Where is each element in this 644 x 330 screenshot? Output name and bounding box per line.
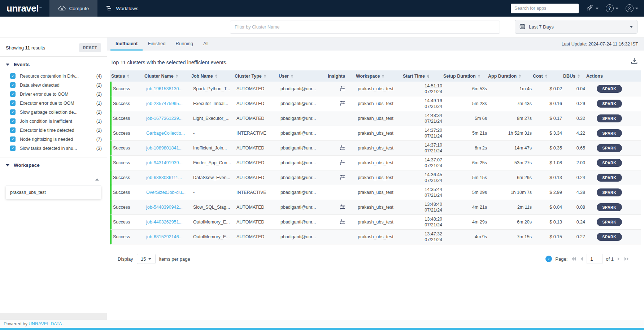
column-header[interactable]: Cost xyxy=(531,74,562,79)
workspace-section-toggle[interactable]: Workspace xyxy=(0,157,107,171)
job-name-cell: OutofMemory_E... xyxy=(192,220,235,225)
checkbox-checked[interactable]: ✓ xyxy=(10,146,16,151)
cluster-name-link[interactable]: OverSizedJob-clu... xyxy=(145,190,192,195)
column-header[interactable]: Cluster Name xyxy=(143,74,190,79)
insights-icon[interactable] xyxy=(339,204,345,211)
insights-icon[interactable] xyxy=(339,145,345,152)
spark-action-button[interactable]: SPARK xyxy=(597,85,622,93)
sort-icon[interactable] xyxy=(176,74,178,78)
column-header[interactable]: Workspace xyxy=(354,74,401,79)
checkbox-checked[interactable]: ✓ xyxy=(10,100,16,106)
nav-tab-compute[interactable]: Compute xyxy=(49,0,98,17)
page-label: Page: xyxy=(555,256,567,262)
column-header[interactable]: DBUs xyxy=(562,74,585,79)
download-icon[interactable] xyxy=(631,58,638,65)
spark-action-button[interactable]: SPARK xyxy=(597,129,622,137)
page-size-select[interactable]: 15 xyxy=(137,254,156,264)
sort-icon[interactable] xyxy=(519,74,521,78)
checkbox-checked[interactable]: ✓ xyxy=(10,118,16,124)
user-menu-dropdown[interactable] xyxy=(626,4,638,12)
column-header[interactable]: App Duration xyxy=(487,74,531,79)
column-header[interactable]: Insights xyxy=(326,74,354,79)
spark-action-button[interactable]: SPARK xyxy=(597,218,622,226)
cluster-name-link[interactable]: job-1089801841... xyxy=(145,146,192,151)
insights-icon[interactable] xyxy=(339,160,345,166)
cluster-name-link[interactable]: GarbageCollectio... xyxy=(145,131,192,136)
help-dropdown[interactable]: ? xyxy=(606,4,618,12)
column-header[interactable]: Actions xyxy=(585,74,630,79)
app-search-input[interactable] xyxy=(511,4,579,13)
spark-action-button[interactable]: SPARK xyxy=(597,100,622,108)
whats-new-dropdown[interactable] xyxy=(586,4,599,13)
cluster-name-link[interactable]: job-6815292146... xyxy=(145,234,192,239)
date-range-select[interactable]: Last 7 Days xyxy=(515,20,638,34)
workspace-cell: prakash_ubs_test xyxy=(356,101,403,106)
sort-icon[interactable] xyxy=(478,74,480,78)
spark-action-button[interactable]: SPARK xyxy=(597,188,622,196)
cluster-name-link[interactable]: job-6383036111... xyxy=(145,175,192,180)
spark-action-button[interactable]: SPARK xyxy=(597,233,622,241)
sort-icon[interactable] xyxy=(127,74,129,78)
actions-cell: SPARK xyxy=(587,188,632,196)
insights-cell xyxy=(328,189,356,196)
workspace-option[interactable]: prakash_ubs_test xyxy=(6,186,101,199)
start-time-cell: 14:37:20 07/21/24 xyxy=(403,127,444,139)
cluster-name-link[interactable]: job-9431491939... xyxy=(145,160,192,165)
checkbox-checked[interactable]: ✓ xyxy=(10,127,16,133)
checkbox-checked[interactable]: ✓ xyxy=(10,73,16,79)
cluster-tab[interactable]: Finished xyxy=(143,38,170,51)
actions-cell: SPARK xyxy=(587,144,632,152)
cluster-name-link[interactable]: job-1677361239... xyxy=(145,116,192,121)
cluster-name-link[interactable]: job-4403262951... xyxy=(145,220,192,225)
nav-tab-workflows[interactable]: Workflows xyxy=(97,0,147,17)
sort-icon[interactable] xyxy=(264,74,266,78)
last-page-button[interactable] xyxy=(624,257,630,261)
cluster-name-link[interactable]: job-5448390942... xyxy=(145,205,192,210)
cluster-name-link[interactable]: job-2357475995... xyxy=(145,101,192,106)
sort-icon[interactable] xyxy=(215,74,217,78)
prev-page-button[interactable] xyxy=(580,257,583,261)
spark-action-button[interactable]: SPARK xyxy=(597,159,622,167)
cluster-tab[interactable]: Inefficient xyxy=(110,38,143,51)
cluster-name-link[interactable]: job-1961538130... xyxy=(145,86,192,91)
column-header[interactable]: Start Time xyxy=(401,74,442,79)
checkbox-checked[interactable]: ✓ xyxy=(10,136,16,142)
insights-icon[interactable] xyxy=(339,100,345,107)
cluster-tab[interactable]: Running xyxy=(171,38,198,51)
column-header[interactable]: User xyxy=(277,74,326,79)
sort-icon[interactable] xyxy=(382,74,384,78)
page-title: Top 11 clusters with the selected ineffi… xyxy=(110,60,227,65)
spark-action-button[interactable]: SPARK xyxy=(597,144,622,152)
workspace-section-title: Workspace xyxy=(14,162,40,168)
checkbox-checked[interactable]: ✓ xyxy=(10,91,16,97)
unravel-data-link[interactable]: UNRAVEL DATA xyxy=(29,321,62,326)
sort-icon[interactable] xyxy=(545,74,547,78)
sort-icon[interactable] xyxy=(291,74,293,78)
column-header[interactable]: Job Name xyxy=(190,74,233,79)
sort-icon[interactable] xyxy=(578,74,580,78)
insights-icon[interactable] xyxy=(339,174,345,181)
checkbox-checked[interactable]: ✓ xyxy=(10,109,16,115)
column-header[interactable]: Setup Duration xyxy=(442,74,487,79)
insights-icon[interactable] xyxy=(339,86,345,92)
page-number-input[interactable] xyxy=(587,254,602,264)
cluster-tab[interactable]: All xyxy=(198,38,213,51)
cluster-name-filter-input[interactable] xyxy=(230,21,500,34)
spark-action-button[interactable]: SPARK xyxy=(597,174,622,182)
info-icon[interactable]: i xyxy=(545,256,552,262)
insights-icon[interactable] xyxy=(339,219,345,226)
sort-icon[interactable] xyxy=(427,74,429,78)
spark-action-button[interactable]: SPARK xyxy=(597,114,622,122)
user-cell: pbadiganti@unr... xyxy=(279,86,328,91)
app-duration-cell: 1h 52m 31s xyxy=(488,131,533,136)
events-section-toggle[interactable]: Events xyxy=(0,57,107,71)
workspace-select-input[interactable] xyxy=(6,173,101,186)
column-header[interactable]: Status xyxy=(110,74,143,79)
next-page-button[interactable] xyxy=(617,257,621,261)
column-header[interactable]: Cluster Type xyxy=(233,74,277,79)
spark-action-button[interactable]: SPARK xyxy=(597,203,622,211)
reset-filters-button[interactable]: RESET xyxy=(79,43,101,52)
checkbox-checked[interactable]: ✓ xyxy=(10,82,16,88)
first-page-button[interactable] xyxy=(571,257,576,261)
unravel-logo[interactable]: unravel™ xyxy=(0,0,49,17)
